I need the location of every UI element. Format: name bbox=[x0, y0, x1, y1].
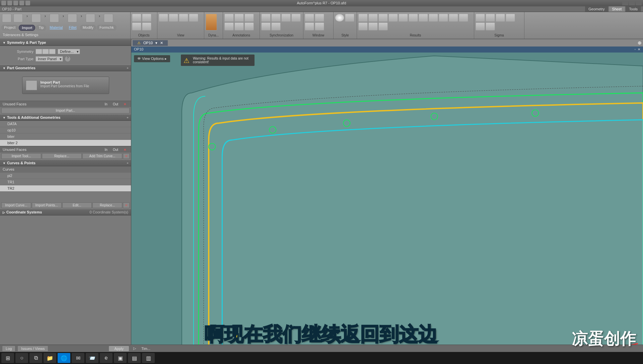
search-button[interactable]: ○ bbox=[15, 353, 28, 363]
ribbon-btn[interactable] bbox=[388, 14, 398, 22]
log-button[interactable]: Log bbox=[2, 346, 15, 352]
ribbon-btn[interactable] bbox=[271, 14, 281, 22]
out-button[interactable]: Out bbox=[111, 148, 120, 152]
store-icon[interactable]: 📨 bbox=[86, 353, 98, 363]
ribbon-btn-big[interactable] bbox=[206, 14, 217, 30]
tab-tip[interactable]: Tip bbox=[36, 25, 46, 31]
ribbon-btn[interactable] bbox=[496, 14, 505, 22]
ribbon-btn[interactable] bbox=[368, 14, 378, 22]
explorer-icon[interactable]: 📁 bbox=[44, 353, 56, 363]
replace-btn[interactable]: Replace... bbox=[42, 153, 82, 159]
delete-icon[interactable]: ✕ bbox=[122, 102, 128, 106]
section-symmetry[interactable]: ▼Symmetry & Part Type bbox=[0, 39, 131, 46]
maximize-button[interactable] bbox=[629, 1, 635, 5]
in-button[interactable]: In bbox=[103, 148, 110, 152]
list-item[interactable]: op10 bbox=[0, 127, 131, 133]
list-item[interactable]: DATA bbox=[0, 121, 131, 127]
ribbon-btn[interactable] bbox=[189, 14, 198, 22]
tab-geometry[interactable]: Geometry bbox=[585, 6, 608, 12]
ribbon-btn[interactable] bbox=[419, 14, 428, 22]
delete-icon[interactable]: ✕ bbox=[123, 153, 130, 159]
import-tool-btn[interactable]: Import Tool... bbox=[1, 153, 41, 159]
ribbon-btn[interactable] bbox=[439, 14, 448, 22]
list-item[interactable]: TR2 bbox=[0, 185, 131, 192]
edge-icon[interactable]: 🌐 bbox=[58, 353, 70, 363]
tab-fillet[interactable]: Fillet bbox=[66, 25, 79, 31]
canvas-3d[interactable]: 👁 View Options ▸ Warning: Results & inpu… bbox=[131, 53, 643, 352]
ribbon-btn[interactable] bbox=[335, 14, 344, 22]
ribbon-btn[interactable] bbox=[358, 14, 368, 22]
out-button[interactable]: Out bbox=[111, 102, 120, 106]
ribbon-btn[interactable] bbox=[378, 22, 388, 30]
app-icon[interactable]: ▤ bbox=[128, 353, 141, 363]
app-icon[interactable] bbox=[1, 1, 6, 5]
ribbon-btn[interactable] bbox=[305, 22, 314, 30]
section-partgeo[interactable]: ▼Part Geometries▫ bbox=[0, 65, 131, 71]
ribbon-btn[interactable] bbox=[234, 14, 244, 22]
section-curves[interactable]: ▼Curves & Points▫ bbox=[0, 160, 131, 166]
delete-icon[interactable]: ✕ bbox=[122, 148, 128, 152]
ribbon-btn[interactable] bbox=[224, 22, 234, 30]
taskview-button[interactable]: ⧉ bbox=[29, 353, 42, 363]
list-item[interactable]: biter 2 bbox=[0, 140, 131, 146]
qat-btn[interactable] bbox=[7, 1, 12, 5]
delete-icon[interactable]: ✕ bbox=[123, 202, 130, 208]
ribbon-btn[interactable] bbox=[486, 14, 495, 22]
parttype-combo[interactable]: Inner Panel bbox=[35, 56, 63, 62]
in-button[interactable]: In bbox=[103, 102, 110, 106]
doc-tab-op10[interactable]: ⚠ OP10 ▾ ✕ bbox=[133, 40, 168, 46]
apply-button[interactable]: Apply bbox=[109, 346, 129, 352]
ribbon-btn[interactable] bbox=[244, 14, 254, 22]
qat-btn[interactable] bbox=[19, 1, 24, 5]
import-part-btn[interactable]: Import Part... bbox=[1, 108, 130, 113]
qat-btn[interactable] bbox=[25, 1, 30, 5]
ribbon-btn[interactable] bbox=[142, 14, 151, 22]
ribbon-btn[interactable] bbox=[224, 14, 234, 22]
ribbon-btn[interactable] bbox=[399, 14, 408, 22]
stage-icon[interactable] bbox=[13, 14, 23, 22]
import-points-btn[interactable]: Import Points... bbox=[32, 202, 62, 208]
ie-icon[interactable]: e bbox=[100, 353, 113, 363]
stage-icon[interactable] bbox=[104, 14, 113, 22]
ribbon-btn[interactable] bbox=[459, 14, 468, 22]
issues-button[interactable]: Issues / Views bbox=[17, 346, 48, 352]
tab-material[interactable]: Material bbox=[47, 25, 65, 31]
list-item[interactable]: pi2 bbox=[0, 173, 131, 179]
settings-icon[interactable]: ▫ bbox=[127, 66, 128, 70]
import-part-card[interactable]: Import Part Import Part Geometries from … bbox=[22, 77, 109, 94]
ribbon-btn[interactable] bbox=[132, 14, 141, 22]
ribbon-btn[interactable] bbox=[378, 14, 388, 22]
help-icon[interactable]: ? bbox=[65, 56, 70, 62]
tab-modify[interactable]: Modify bbox=[80, 25, 96, 31]
stage-icon[interactable] bbox=[50, 14, 59, 22]
section-toolsgeo[interactable]: ▼Tools & Additional Geometries▫ bbox=[0, 114, 131, 121]
ribbon-btn[interactable] bbox=[305, 14, 314, 22]
settings-icon[interactable]: ▫ bbox=[127, 161, 128, 165]
ribbon-btn[interactable] bbox=[368, 22, 378, 30]
ribbon-btn[interactable] bbox=[271, 22, 281, 30]
ribbon-btn[interactable] bbox=[281, 14, 291, 22]
ribbon-btn[interactable] bbox=[132, 22, 141, 30]
tab-project[interactable]: Project bbox=[1, 25, 18, 31]
import-curve-btn[interactable]: Import Curve... bbox=[1, 202, 31, 208]
ribbon-btn[interactable] bbox=[429, 14, 438, 22]
ribbon-btn[interactable] bbox=[234, 22, 244, 30]
ribbon-btn[interactable] bbox=[179, 14, 188, 22]
ribbon-btn[interactable] bbox=[358, 22, 368, 30]
add-trim-curve-btn[interactable]: Add Trim Curve... bbox=[82, 153, 122, 159]
stage-icon[interactable] bbox=[2, 14, 11, 22]
define-button[interactable]: Define... bbox=[58, 49, 80, 54]
ribbon-btn[interactable] bbox=[159, 14, 168, 22]
ribbon-btn[interactable] bbox=[142, 22, 151, 30]
ribbon-btn[interactable] bbox=[486, 22, 495, 30]
ribbon-btn[interactable] bbox=[506, 14, 515, 22]
ribbon-btn[interactable] bbox=[291, 14, 301, 22]
section-coordsys[interactable]: ▷Coordinate Systems 0 Coordinate System(… bbox=[0, 209, 131, 215]
dropdown-icon[interactable]: ▾ bbox=[155, 41, 157, 45]
close-icon[interactable]: ✕ bbox=[160, 41, 163, 45]
tab-tools[interactable]: Tools bbox=[626, 6, 641, 12]
edit-btn[interactable]: Edit... bbox=[62, 202, 92, 208]
mail-icon[interactable]: ✉ bbox=[72, 353, 84, 363]
app-icon[interactable]: ▣ bbox=[114, 353, 127, 363]
stage-icon[interactable] bbox=[31, 14, 41, 22]
